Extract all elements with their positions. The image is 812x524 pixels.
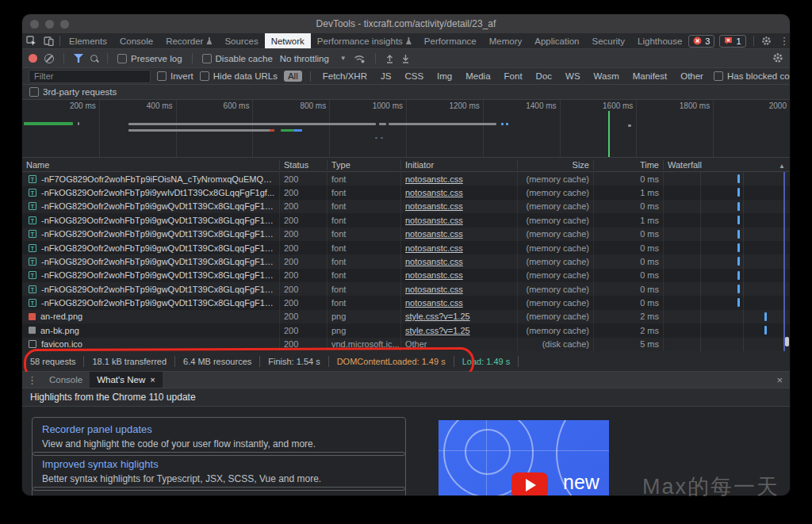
filter-input[interactable] bbox=[29, 70, 151, 83]
card-title-link[interactable]: Recorder panel updates bbox=[42, 423, 396, 435]
tab-performance-insights[interactable]: Performance insights bbox=[311, 33, 418, 48]
invert-checkbox[interactable]: Invert bbox=[157, 71, 193, 81]
tab-console[interactable]: Console bbox=[113, 33, 159, 48]
table-row[interactable]: T-nFkOG829Oofr2wohFbTp9i9gwQvDt1T39Cx8GL… bbox=[22, 254, 790, 268]
drawer-tab-whats-new[interactable]: What's New × bbox=[90, 372, 162, 388]
checkbox[interactable] bbox=[202, 54, 212, 63]
column-header-status[interactable]: Status bbox=[279, 160, 327, 170]
youtube-play-icon[interactable] bbox=[511, 472, 548, 495]
request-size: (memory cache) bbox=[517, 296, 593, 309]
inspect-element-icon[interactable] bbox=[22, 33, 40, 48]
table-row[interactable]: favicon.ico200vnd.microsoft.ic...Other(d… bbox=[22, 338, 790, 351]
console-errors-badge[interactable]: 3 bbox=[688, 35, 714, 48]
table-row[interactable]: T-nF7OG829Oofr2wohFbTp9iFOisNA_cTyNromxq… bbox=[22, 172, 790, 186]
request-initiator[interactable]: style.css?v=1.25 bbox=[405, 312, 470, 321]
filter-pill-font[interactable]: Font bbox=[500, 71, 527, 82]
import-har-icon[interactable] bbox=[385, 54, 394, 63]
filter-pill-other[interactable]: Other bbox=[676, 71, 707, 82]
filter-pill-js[interactable]: JS bbox=[377, 71, 395, 82]
column-header-initiator[interactable]: Initiator bbox=[400, 160, 517, 170]
request-initiator[interactable]: notosanstc.css bbox=[405, 285, 463, 294]
table-row[interactable]: an-bk.png200pngstyle.css?v=1.25(memory c… bbox=[22, 323, 790, 337]
record-network-log-button[interactable] bbox=[29, 54, 37, 63]
filter-pill-wasm[interactable]: Wasm bbox=[590, 71, 623, 82]
tab-lighthouse[interactable]: Lighthouse bbox=[631, 33, 688, 48]
request-initiator[interactable]: notosanstc.css bbox=[405, 188, 463, 197]
export-har-icon[interactable] bbox=[401, 54, 410, 63]
table-row[interactable]: an-red.png200pngstyle.css?v=1.25(memory … bbox=[22, 310, 790, 323]
tab-recorder[interactable]: Recorder bbox=[159, 33, 218, 48]
request-initiator[interactable]: notosanstc.css bbox=[405, 257, 463, 266]
table-row[interactable]: T-nFkOG829Oofr2wohFbTp9i9gwQvDt1T39Cx8GL… bbox=[22, 213, 790, 227]
status-badges: 3 1 ⋮ bbox=[688, 35, 790, 48]
preserve-log-checkbox[interactable]: Preserve log bbox=[117, 54, 182, 63]
video-thumbnail[interactable]: new 110 bbox=[439, 420, 609, 495]
tab-performance[interactable]: Performance bbox=[418, 33, 483, 48]
column-header-waterfall[interactable]: Waterfall▲ bbox=[663, 160, 790, 170]
filter-pill-img[interactable]: Img bbox=[433, 71, 456, 82]
settings-gear-icon[interactable] bbox=[761, 36, 772, 46]
filter-pill-manifest[interactable]: Manifest bbox=[629, 71, 671, 82]
table-row[interactable]: T-nFkOG829Oofr2wohFbTp9i9gwQvDt1T39Cx8GL… bbox=[22, 200, 790, 213]
device-toolbar-icon[interactable] bbox=[40, 33, 57, 48]
request-size: (memory cache) bbox=[517, 282, 593, 296]
column-header-time[interactable]: Time bbox=[593, 160, 663, 170]
card-title-link[interactable]: Improved syntax higlights bbox=[42, 458, 396, 470]
request-initiator[interactable]: notosanstc.css bbox=[405, 201, 463, 211]
table-row[interactable]: T-nFkOG829Oofr2wohFbTp9i9gwQvDt1T39Cx8GL… bbox=[22, 241, 790, 254]
column-header-type[interactable]: Type bbox=[327, 160, 400, 170]
table-row[interactable]: T-nFkOG829Oofr2wohFbTp9i9ywIvDt1T39Cx8GL… bbox=[22, 186, 790, 199]
summary-item: Load: 1.49 s bbox=[454, 356, 519, 367]
close-tab-icon[interactable]: × bbox=[150, 375, 155, 384]
network-overview-timeline[interactable]: 200 ms400 ms600 ms800 ms1000 ms1200 ms14… bbox=[22, 100, 790, 158]
filter-icon[interactable] bbox=[74, 54, 83, 63]
hide-data-urls-checkbox[interactable]: Hide data URLs bbox=[200, 71, 278, 81]
checkbox[interactable] bbox=[157, 71, 167, 81]
throttling-select[interactable]: No throttling▼ bbox=[280, 54, 347, 63]
more-options-icon[interactable]: ⋮ bbox=[776, 35, 790, 47]
tab-sources[interactable]: Sources bbox=[218, 33, 264, 48]
request-initiator[interactable]: notosanstc.css bbox=[405, 270, 463, 280]
filter-pill-all[interactable]: All bbox=[284, 71, 302, 82]
column-header-name[interactable]: Name bbox=[22, 160, 279, 170]
filter-pill-css[interactable]: CSS bbox=[400, 71, 427, 82]
table-row[interactable]: T-nFkOG829Oofr2wohFbTp9i9gwQvDt1T39Cx8GL… bbox=[22, 269, 790, 282]
filter-pill-ws[interactable]: WS bbox=[561, 71, 584, 82]
drawer-menu-icon[interactable]: ⋮ bbox=[22, 374, 42, 386]
checkbox[interactable] bbox=[714, 71, 723, 81]
sort-arrow-icon: ▲ bbox=[779, 163, 785, 170]
table-row[interactable]: T-nFkOG829Oofr2wohFbTp9i9gwQvDt1T39Cx8GL… bbox=[22, 296, 790, 309]
request-initiator[interactable]: notosanstc.css bbox=[405, 174, 463, 184]
request-initiator[interactable]: notosanstc.css bbox=[405, 298, 463, 308]
tab-elements[interactable]: Elements bbox=[63, 33, 113, 48]
request-initiator[interactable]: notosanstc.css bbox=[405, 216, 463, 225]
table-row[interactable]: T-nFkOG829Oofr2wohFbTp9i9gwQvDt1T39Cx8GL… bbox=[22, 282, 790, 296]
tab-application[interactable]: Application bbox=[528, 33, 585, 48]
network-settings-gear-icon[interactable] bbox=[772, 52, 783, 63]
filter-pill-media[interactable]: Media bbox=[462, 71, 494, 82]
column-header-size[interactable]: Size bbox=[517, 160, 593, 170]
tab-memory[interactable]: Memory bbox=[483, 33, 529, 48]
issues-badge[interactable]: 1 bbox=[719, 35, 745, 48]
filter-pill-doc[interactable]: Doc bbox=[532, 71, 556, 82]
network-conditions-icon[interactable] bbox=[354, 54, 366, 63]
clear-network-log-icon[interactable] bbox=[44, 54, 54, 63]
checkbox[interactable] bbox=[200, 71, 209, 81]
card-title-link[interactable]: Clearing Performance Panel on reload bbox=[42, 493, 396, 495]
disable-cache-checkbox[interactable]: Disable cache bbox=[202, 54, 273, 63]
filter-pill-fetch-xhr[interactable]: Fetch/XHR bbox=[319, 71, 371, 82]
checkbox[interactable] bbox=[117, 54, 127, 63]
table-row[interactable]: T-nFkOG829Oofr2wohFbTp9i9gwQvDt1T39Cx8GL… bbox=[22, 228, 790, 241]
tab-network[interactable]: Network bbox=[265, 33, 311, 48]
drawer-tab-console[interactable]: Console bbox=[42, 372, 90, 388]
close-drawer-icon[interactable]: × bbox=[769, 374, 790, 386]
tab-security[interactable]: Security bbox=[586, 33, 632, 48]
request-initiator: Other bbox=[405, 339, 427, 349]
third-party-checkbox[interactable] bbox=[29, 87, 39, 97]
timeline-gridline bbox=[329, 100, 330, 157]
request-initiator[interactable]: notosanstc.css bbox=[405, 229, 463, 239]
request-initiator[interactable]: style.css?v=1.25 bbox=[405, 326, 470, 335]
has-blocked-cookies-checkbox[interactable]: Has blocked cookies bbox=[714, 71, 790, 81]
request-initiator[interactable]: notosanstc.css bbox=[405, 243, 463, 253]
search-icon[interactable] bbox=[90, 55, 98, 62]
